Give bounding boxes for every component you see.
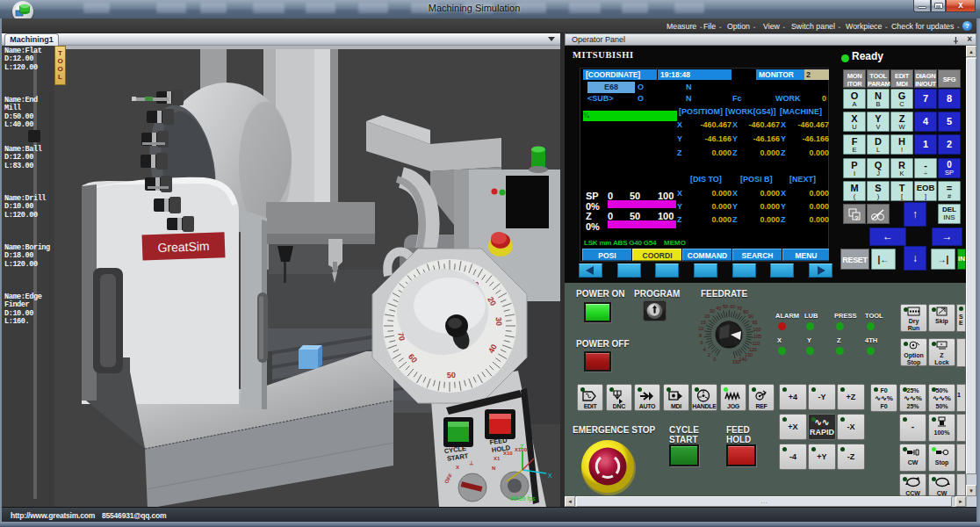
svg-text:?: ? (854, 214, 859, 221)
svg-text:Z: Z (520, 444, 524, 450)
svg-text:⊥: ⊥ (469, 460, 474, 466)
svg-text:X: X (456, 465, 459, 470)
svg-text:10: 10 (698, 326, 703, 331)
svg-text:X10: X10 (503, 451, 513, 456)
svg-text:95: 95 (752, 320, 757, 325)
svg-text:6: 6 (700, 340, 703, 345)
svg-text:15: 15 (701, 320, 706, 325)
svg-text:99.99 fps: 99.99 fps (510, 495, 536, 502)
svg-text:X1: X1 (494, 456, 501, 461)
svg-text:40: 40 (716, 306, 721, 311)
svg-text:90: 90 (748, 314, 753, 319)
svg-text:8: 8 (699, 333, 702, 338)
svg-text:120: 120 (749, 347, 757, 352)
svg-text:4: 4 (703, 347, 706, 352)
svg-text:20: 20 (704, 314, 710, 319)
svg-text:60: 60 (730, 304, 735, 309)
svg-text:105: 105 (753, 334, 761, 339)
svg-text:0: 0 (713, 357, 716, 362)
svg-text:70: 70 (737, 306, 742, 311)
svg-text:100: 100 (753, 327, 760, 332)
svg-text:50: 50 (447, 371, 456, 379)
svg-text:30: 30 (710, 308, 715, 314)
svg-text:150: 150 (732, 359, 740, 365)
svg-text:GreatSim: GreatSim (157, 239, 210, 255)
svg-text:N: N (492, 466, 495, 471)
svg-text:X: X (548, 473, 552, 479)
svg-text:2: 2 (708, 352, 710, 357)
svg-text:50: 50 (723, 304, 728, 309)
svg-text:30: 30 (494, 317, 504, 327)
svg-text:110: 110 (753, 341, 760, 346)
